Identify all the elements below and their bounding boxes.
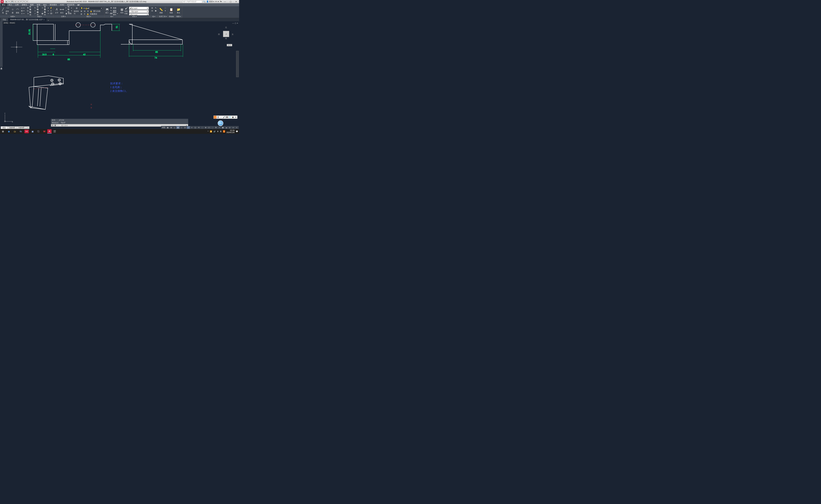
help-search-input[interactable]: 键入关键字或短语 xyxy=(182,0,202,3)
gear-icon[interactable]: ⚙ xyxy=(214,126,218,129)
tray-sogou-icon[interactable]: S xyxy=(223,130,225,133)
layer-iso-button[interactable]: ⊞ xyxy=(80,10,83,13)
rect-button[interactable]: ▭▾ xyxy=(20,7,25,9)
login-button[interactable]: 👤 登录 ▾ xyxy=(207,0,214,3)
cmd-options-icon[interactable]: ⚙ xyxy=(54,124,56,126)
qat-open-icon[interactable]: ✎ xyxy=(8,0,11,3)
layout-add-icon[interactable]: + xyxy=(26,126,29,129)
layer-off-button[interactable]: ⊟ xyxy=(83,10,86,13)
ime-toolbar[interactable]: S 英 ,· 🎤 ⌨ 👕 ▦ ▾ xyxy=(214,115,238,119)
sogou-logo-icon[interactable]: S xyxy=(214,116,217,118)
ime-lang[interactable]: 英 xyxy=(217,116,220,118)
group-edit-button[interactable]: ✎ xyxy=(154,7,157,9)
tab-insert[interactable]: 插入 xyxy=(7,3,13,6)
selectall-button[interactable]: ⬚ xyxy=(164,7,167,9)
panel-layer-label[interactable]: 图层 ▾ xyxy=(73,15,104,18)
taskbar-app2-icon[interactable]: ⿻ xyxy=(35,129,41,134)
panel-view-label[interactable]: 视图 ▾ xyxy=(175,15,182,18)
qat-saveas-icon[interactable]: ⎙ xyxy=(14,0,16,3)
matchprop-button[interactable]: 🖌特性匹配 xyxy=(124,7,129,15)
annoscale-icon[interactable]: ⬚ xyxy=(211,126,214,129)
panel-annotate-label[interactable]: 注释 ▾ xyxy=(53,15,73,18)
tab-default[interactable]: 默认 xyxy=(1,3,7,6)
tray-notifications-icon[interactable]: 💬 xyxy=(236,130,238,133)
arc-button[interactable]: ◠圆弧 xyxy=(15,7,20,15)
view-cube[interactable]: 北 南 东 西 上 WCS xyxy=(218,26,234,43)
floating-chat-bubble[interactable]: 03:23 xyxy=(218,120,223,126)
linetype-dropdown[interactable]: — ByLayer ▾ xyxy=(129,10,149,13)
osnap-toggle-icon[interactable]: ⊡ xyxy=(183,126,186,129)
tab-start[interactable]: 开始 xyxy=(1,18,8,21)
leader-button[interactable]: ↗引线▾ xyxy=(65,9,72,12)
circle-button[interactable]: ○圆 xyxy=(11,7,15,15)
a360-icon[interactable]: ▾ xyxy=(218,0,219,3)
qat-undo-icon[interactable]: ↶ xyxy=(20,0,22,3)
viewcube-top-face[interactable]: 上 xyxy=(223,31,229,37)
layer-lock-button[interactable]: 🔒 xyxy=(89,10,93,13)
measure-button[interactable]: 📏测量 xyxy=(158,7,163,15)
qat-save-icon[interactable]: 💾 xyxy=(11,0,13,3)
ws-switch-icon[interactable]: + xyxy=(218,126,221,129)
hw-accel-icon[interactable]: ☁ xyxy=(225,126,228,129)
tab-parametric[interactable]: 参数化 xyxy=(20,3,28,6)
qat-new-icon[interactable]: ▤ xyxy=(5,0,8,3)
tray-clock[interactable]: 22:29 2024/11/6 xyxy=(227,129,235,133)
iso-toggle-icon[interactable]: ◇ xyxy=(180,126,183,129)
window-minimize-icon[interactable]: — xyxy=(223,0,227,3)
transparency-icon[interactable]: ◫ xyxy=(193,126,197,129)
panel-group-label[interactable]: 组 ▾ xyxy=(150,15,158,18)
tray-volume-icon[interactable]: 🔊 xyxy=(214,130,216,133)
tab-featured[interactable]: 精选应用 xyxy=(66,3,76,6)
taskbar-autocad-icon[interactable]: A xyxy=(47,129,52,134)
exchange-icon[interactable]: ✕ xyxy=(215,0,217,3)
lwt-toggle-icon[interactable]: ≡ xyxy=(190,126,193,129)
layout-tab-model[interactable]: 模型 xyxy=(1,126,8,129)
taskbar-store-icon[interactable]: 🛍 xyxy=(18,129,24,134)
scale-button[interactable]: ⤢缩放 xyxy=(33,12,40,15)
layer-dropdown[interactable]: 💡☀❄🔒■ 0 ▾ xyxy=(80,7,103,10)
edit-attr-button[interactable]: ⌨编辑属性▾ xyxy=(109,12,118,15)
polyline-button[interactable]: 〰多段线 xyxy=(6,7,10,15)
qat-redo-icon[interactable]: ↷ xyxy=(23,0,25,3)
dyninput-icon[interactable]: ⊕ xyxy=(204,126,207,129)
search-icon[interactable]: 🔍 xyxy=(203,0,206,3)
drawing-area[interactable]: [俯视][二维线框] — ▢ ✕ xyxy=(3,21,239,124)
viewcube-east[interactable]: 东 xyxy=(232,33,234,36)
layerprop-button[interactable]: ≡图层特性 xyxy=(74,7,79,15)
layer-freeze-button[interactable]: ❄ xyxy=(86,10,89,13)
layer-unlock-button[interactable]: 🔓 xyxy=(86,13,89,15)
panel-block-label[interactable]: 块 ▾ xyxy=(104,15,119,18)
window-maximize-icon[interactable]: ▢ xyxy=(228,0,233,3)
cmd-close-icon[interactable]: × xyxy=(51,124,54,126)
taskbar-solidworks-icon[interactable]: SW xyxy=(24,130,29,133)
ortho-toggle-icon[interactable]: ⊥ xyxy=(173,126,176,129)
panel-draw-label[interactable]: 绘图 ▾ xyxy=(0,15,25,18)
polar-toggle-icon[interactable]: ◉ xyxy=(176,126,179,129)
taskbar-edge-icon[interactable]: ◉ xyxy=(6,129,12,134)
layout-tab-1[interactable]: Layout1 xyxy=(7,126,17,129)
drawing-canvas[interactable]: 21.91 85 18.5 6 42 51 xyxy=(3,21,239,124)
tab-document[interactable]: R6AHM-0107-00... 滑门左安全刮板.1(2)* × xyxy=(8,18,46,21)
ime-menu-icon[interactable]: ▾ xyxy=(235,116,237,118)
monitor-icon[interactable]: ▣ xyxy=(221,126,225,129)
taskbar-wps-icon[interactable]: W xyxy=(41,129,47,134)
ime-skin-icon[interactable]: 👕 xyxy=(229,116,231,118)
viewcube-north[interactable]: 北 xyxy=(225,26,227,29)
stretch-button[interactable]: ⇲拉伸 xyxy=(26,12,33,15)
layer-on-button[interactable]: ⊞ xyxy=(80,13,83,15)
qat-print-icon[interactable]: ⎙ xyxy=(17,0,19,3)
viewcube-west[interactable]: 西 xyxy=(218,33,220,36)
tray-usb-icon[interactable]: ⬇ xyxy=(217,130,219,133)
layout-tab-2[interactable]: Layout2 xyxy=(17,126,26,129)
ime-tool-icon[interactable]: ▦ xyxy=(232,116,234,118)
taskbar-explorer-icon[interactable]: 🗂 xyxy=(12,129,18,134)
hatch-button[interactable]: ▨▾ xyxy=(20,9,25,12)
taskbar-media-icon[interactable]: 🎬 xyxy=(52,129,57,134)
status-model[interactable]: 模型 xyxy=(161,126,166,129)
match-layer-button[interactable]: 匹配图层 xyxy=(89,13,98,15)
tray-chevron-icon[interactable]: ^ xyxy=(208,130,209,132)
panel-util-label[interactable]: 实用工具 ▾ xyxy=(158,15,168,18)
tray-wifi-icon[interactable]: 📶 xyxy=(210,130,212,133)
tab-addins[interactable]: 附加模块 xyxy=(48,3,58,6)
erase-button[interactable]: ⌫ xyxy=(49,12,53,15)
